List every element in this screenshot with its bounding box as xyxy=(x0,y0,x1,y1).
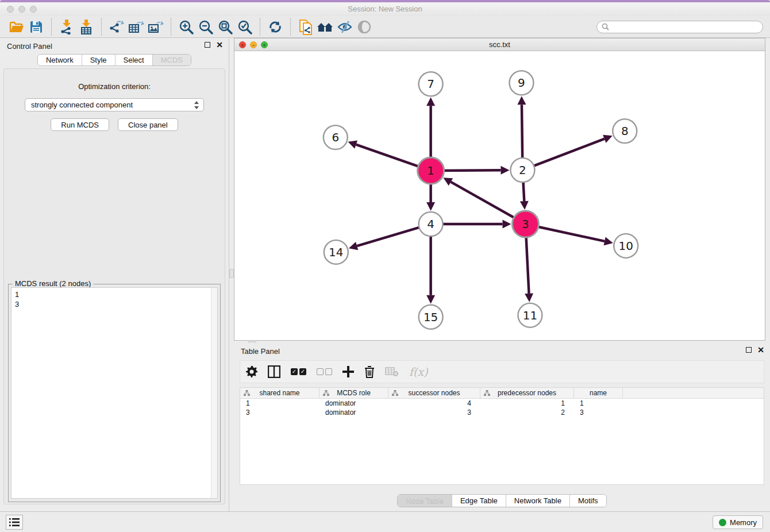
column-selector-icon[interactable] xyxy=(268,364,280,379)
minimize-window-button[interactable] xyxy=(18,6,25,13)
table-row[interactable]: 1dominator411 xyxy=(240,399,764,408)
zoom-window-button[interactable] xyxy=(30,6,37,13)
select-all-checkboxes-icon[interactable]: ✓✓ xyxy=(291,364,306,379)
mcds-result-title: MCDS result (2 nodes) xyxy=(13,279,93,288)
task-history-button[interactable] xyxy=(6,515,23,530)
table-cell[interactable]: dominator xyxy=(319,399,388,408)
graph-edge-arrowhead xyxy=(426,97,435,106)
graph-node-8[interactable]: 8 xyxy=(613,119,637,143)
network-minimize-button[interactable]: − xyxy=(250,41,257,48)
table-panel: Table Panel ✕ ✓✓ xyxy=(234,343,770,511)
column-header-successor-nodes[interactable]: successor nodes xyxy=(388,388,480,398)
export-table-icon[interactable] xyxy=(126,18,146,36)
zoom-selected-icon[interactable] xyxy=(235,18,255,36)
graph-node-15[interactable]: 15 xyxy=(419,305,443,329)
close-panel-button[interactable]: Close panel xyxy=(118,118,178,131)
zoom-in-icon[interactable] xyxy=(176,18,196,36)
tab-select[interactable]: Select xyxy=(115,55,152,65)
tab-style[interactable]: Style xyxy=(82,55,115,65)
run-mcds-button[interactable]: Run MCDS xyxy=(51,118,109,131)
network-graph[interactable]: 7968124314101511 xyxy=(234,51,765,340)
import-table-icon[interactable] xyxy=(76,18,96,36)
table-cell[interactable]: 3 xyxy=(574,408,623,417)
table-row[interactable]: 3dominator323 xyxy=(240,408,764,417)
float-table-panel-icon[interactable] xyxy=(746,347,752,353)
close-window-button[interactable] xyxy=(7,6,14,13)
graph-node-7[interactable]: 7 xyxy=(419,72,443,96)
table-cell[interactable]: 3 xyxy=(388,408,480,417)
export-image-icon[interactable] xyxy=(146,18,165,36)
show-all-icon[interactable] xyxy=(315,18,335,36)
apply-layout-icon[interactable] xyxy=(265,18,285,36)
column-header-shared-name[interactable]: shared name xyxy=(240,388,319,398)
column-header-name[interactable]: name xyxy=(574,388,623,398)
graph-node-6[interactable]: 6 xyxy=(324,125,348,149)
hierarchy-icon xyxy=(323,390,329,396)
table-cell[interactable]: 1 xyxy=(480,399,574,408)
graph-edge-arrowhead xyxy=(520,201,529,210)
graph-node-14[interactable]: 14 xyxy=(324,240,348,264)
tab-network[interactable]: Network xyxy=(38,55,82,65)
graph-node-4[interactable]: 4 xyxy=(419,212,443,236)
hide-selected-icon[interactable] xyxy=(335,18,355,36)
open-session-icon[interactable] xyxy=(7,18,26,36)
table-cell[interactable]: 1 xyxy=(240,399,319,408)
search-field[interactable] xyxy=(596,21,763,33)
network-canvas[interactable]: 7968124314101511 xyxy=(234,51,765,340)
zoom-out-icon[interactable] xyxy=(196,18,215,36)
network-maximize-button[interactable]: + xyxy=(261,41,268,48)
show-hidden-icon[interactable] xyxy=(355,18,374,36)
graph-node-11[interactable]: 11 xyxy=(518,303,542,327)
graph-node-label: 10 xyxy=(619,239,633,253)
graph-node-2[interactable]: 2 xyxy=(510,158,534,182)
delete-trash-icon[interactable] xyxy=(364,364,375,379)
search-input[interactable] xyxy=(612,22,758,32)
tab-edge-table[interactable]: Edge Table xyxy=(452,495,506,507)
table-cell[interactable]: 1 xyxy=(574,399,623,408)
graph-edge-arrowhead xyxy=(500,166,509,175)
mcds-result-textarea[interactable]: 1 3 xyxy=(11,287,218,499)
float-panel-icon[interactable] xyxy=(205,42,210,48)
clone-network-icon[interactable] xyxy=(296,18,315,36)
table-settings-gear-icon[interactable] xyxy=(246,364,257,379)
save-session-icon[interactable] xyxy=(26,18,46,36)
mcds-result-text: 1 3 xyxy=(15,290,19,309)
export-network-icon[interactable] xyxy=(107,18,126,36)
mcds-result-scrollbar[interactable] xyxy=(211,288,217,498)
zoom-fit-icon[interactable] xyxy=(215,18,235,36)
import-network-icon[interactable] xyxy=(57,18,76,36)
graph-node-label: 14 xyxy=(329,245,343,259)
close-table-panel-icon[interactable]: ✕ xyxy=(757,347,764,353)
tab-mcds[interactable]: MCDS xyxy=(152,55,191,65)
column-header-label: shared name xyxy=(259,389,299,397)
search-icon xyxy=(602,23,609,30)
tab-motifs[interactable]: Motifs xyxy=(569,495,606,507)
graph-node-label: 8 xyxy=(621,124,629,138)
window-controls[interactable] xyxy=(7,6,37,13)
tab-node-table[interactable]: Node Table xyxy=(398,495,452,507)
graph-node-10[interactable]: 10 xyxy=(614,234,638,258)
column-header-MCDS-role[interactable]: MCDS role xyxy=(319,388,388,398)
deselect-all-checkboxes-icon[interactable] xyxy=(317,364,332,379)
network-close-button[interactable]: × xyxy=(239,41,246,48)
graph-node-1[interactable]: 1 xyxy=(418,157,444,184)
graph-node-3[interactable]: 3 xyxy=(512,211,538,237)
vertical-splitter-grip[interactable] xyxy=(229,269,234,278)
memory-button[interactable]: Memory xyxy=(713,515,763,529)
graph-node-label: 6 xyxy=(332,130,339,144)
table-cell[interactable]: dominator xyxy=(319,408,388,417)
node-table[interactable]: shared nameMCDS rolesuccessor nodesprede… xyxy=(240,387,764,485)
graph-edge-arrowhead xyxy=(426,295,435,304)
tab-network-table[interactable]: Network Table xyxy=(506,495,569,507)
window-title: Session: New Session xyxy=(0,2,770,16)
close-panel-icon[interactable]: ✕ xyxy=(216,42,223,48)
memory-status-icon xyxy=(719,519,726,526)
graph-node-9[interactable]: 9 xyxy=(509,71,533,95)
add-icon[interactable] xyxy=(342,364,354,379)
table-cell[interactable]: 4 xyxy=(388,399,480,408)
criterion-dropdown[interactable]: strongly connected component xyxy=(25,98,204,111)
column-header-predecessor-nodes[interactable]: predecessor nodes xyxy=(480,388,574,398)
table-cell[interactable]: 3 xyxy=(240,408,319,417)
graph-edge-2-8[interactable] xyxy=(522,139,604,170)
table-cell[interactable]: 2 xyxy=(480,408,574,417)
